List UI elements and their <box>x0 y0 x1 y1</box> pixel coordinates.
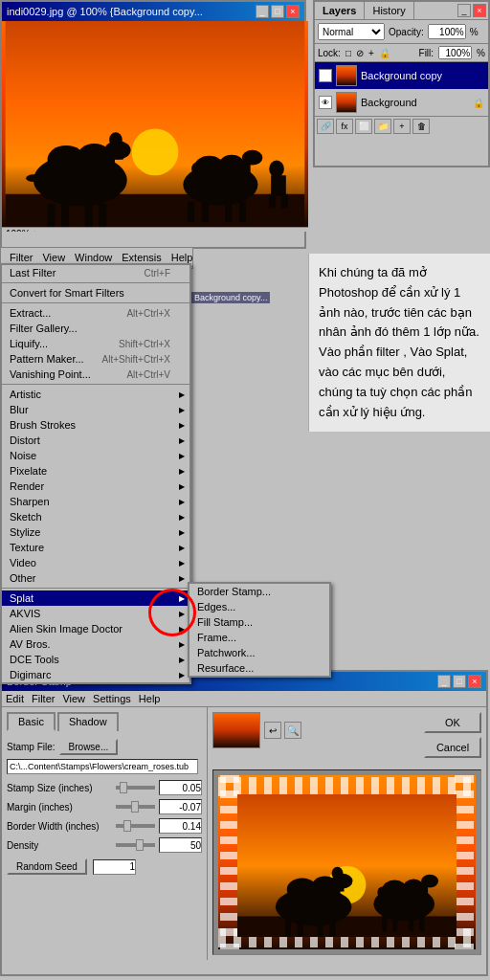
dialog-minimize[interactable]: _ <box>437 675 451 688</box>
menu-item-blur[interactable]: Blur <box>2 402 189 417</box>
new-layer-icon[interactable]: + <box>393 119 411 134</box>
dialog-maximize[interactable]: □ <box>453 675 466 688</box>
menu-item-render[interactable]: Render <box>2 479 189 494</box>
menu-item-artistic[interactable]: Artistic <box>2 387 189 402</box>
tab-basic[interactable]: Basic <box>7 712 56 731</box>
random-seed-input[interactable] <box>93 859 136 875</box>
mask-icon[interactable]: ⬜ <box>355 119 372 134</box>
link-icon[interactable]: 🔗 <box>317 119 334 134</box>
tab-shadow[interactable]: Shadow <box>57 712 119 731</box>
menu-filter[interactable]: Filter <box>5 251 37 264</box>
menu-item-pattern-maker[interactable]: Pattern Maker... Alt+Shift+Ctrl+X <box>2 351 189 367</box>
menu-item-distort[interactable]: Distort <box>2 433 189 448</box>
menu-item-av-bros[interactable]: AV Bros. <box>2 636 189 652</box>
menu-item-other[interactable]: Other <box>2 570 189 586</box>
menu-item-vanishing-point[interactable]: Vanishing Point... Alt+Ctrl+V <box>2 367 189 382</box>
svg-rect-39 <box>298 921 303 937</box>
lock-icon-4[interactable]: 🔒 <box>379 48 390 58</box>
menu-help[interactable]: Help <box>167 251 198 264</box>
border-width-input[interactable] <box>159 818 202 834</box>
tab-layers[interactable]: Layers <box>315 2 365 19</box>
lock-icon-1[interactable]: □ <box>345 48 351 58</box>
dialog-menu-edit[interactable]: Edit <box>6 693 24 704</box>
menu-item-dce-tools[interactable]: DCE Tools <box>2 652 189 667</box>
layer-eye-2[interactable]: 👁 <box>319 96 332 109</box>
fx-icon[interactable]: fx <box>336 119 353 134</box>
splat-border-stamp[interactable]: Border Stamp... <box>189 584 329 599</box>
fill-input[interactable] <box>438 46 472 59</box>
dialog-menu-filter[interactable]: Filter <box>32 693 55 704</box>
panel-close[interactable]: × <box>473 4 486 17</box>
border-width-slider[interactable] <box>116 824 155 828</box>
layer-item-background-copy[interactable]: 👁 Background copy <box>315 62 488 89</box>
menu-item-video[interactable]: Video <box>2 555 189 570</box>
menu-item-sketch[interactable]: Sketch <box>2 509 189 524</box>
lock-fill-row: Lock: □ ⊘ + 🔒 Fill: % <box>315 44 488 62</box>
menu-item-texture[interactable]: Texture <box>2 540 189 555</box>
splat-patchwork[interactable]: Patchwork... <box>189 645 329 660</box>
dialog-menu-settings[interactable]: Settings <box>93 693 131 704</box>
menu-item-liquify[interactable]: Liquify... Shift+Ctrl+X <box>2 336 189 351</box>
stamp-file-path-input[interactable] <box>7 759 198 774</box>
menu-item-extract[interactable]: Extract... Alt+Ctrl+X <box>2 305 189 321</box>
layer-item-background[interactable]: 👁 Background 🔒 <box>315 89 488 116</box>
zoom-out-icon[interactable]: ↩ <box>264 722 281 739</box>
margin-slider[interactable] <box>116 805 155 809</box>
svg-rect-10 <box>85 204 93 227</box>
lock-icon-2[interactable]: ⊘ <box>356 48 364 58</box>
opacity-input[interactable] <box>428 24 466 39</box>
splat-frame[interactable]: Frame... <box>189 630 329 645</box>
layer-eye-1[interactable]: 👁 <box>319 69 332 82</box>
layers-panel: Layers History _ × Normal Opacity: % Loc… <box>313 0 490 167</box>
zoom-in-icon[interactable]: 🔍 <box>284 722 301 739</box>
blend-mode-select[interactable]: Normal <box>318 23 385 40</box>
border-width-label: Border Width (inches) <box>7 821 112 832</box>
menu-item-noise[interactable]: Noise <box>2 448 189 463</box>
svg-rect-54 <box>378 898 388 910</box>
menu-item-splat[interactable]: Splat <box>2 590 189 606</box>
minimize-button[interactable]: _ <box>256 5 269 18</box>
menu-item-alien-skin[interactable]: Alien Skin Image Doctor <box>2 621 189 636</box>
ps-titlebar: indi0029.jpg @ 100% {Background copy... … <box>2 2 304 21</box>
lock-label: Lock: <box>318 48 341 58</box>
browse-button[interactable]: Browse... <box>59 739 119 755</box>
density-slider[interactable] <box>116 843 155 847</box>
margin-row: Margin (inches) <box>7 799 202 814</box>
close-button[interactable]: × <box>286 5 300 18</box>
stamp-size-input[interactable] <box>159 780 202 795</box>
lock-icon-3[interactable]: + <box>368 48 374 58</box>
stamp-size-slider[interactable] <box>116 786 155 790</box>
splat-edges[interactable]: Edges... <box>189 599 329 614</box>
panel-minimize[interactable]: _ <box>457 4 471 17</box>
cancel-button[interactable]: Cancel <box>424 737 481 758</box>
menu-view[interactable]: View <box>37 251 70 264</box>
menu-item-akvis[interactable]: AKVIS <box>2 606 189 621</box>
flower-border-right <box>455 775 474 949</box>
density-input[interactable] <box>159 837 202 853</box>
margin-input[interactable] <box>159 799 202 814</box>
density-label: Density <box>7 840 112 851</box>
dialog-menu-help[interactable]: Help <box>139 693 161 704</box>
delete-layer-icon[interactable]: 🗑 <box>412 119 430 134</box>
tab-history[interactable]: History <box>365 2 413 19</box>
menu-item-digimarc[interactable]: Digimarc <box>2 667 189 682</box>
maximize-button[interactable]: □ <box>271 5 284 18</box>
splat-fill-stamp[interactable]: Fill Stamp... <box>189 614 329 630</box>
dialog-tabs: Basic Shadow <box>7 712 202 731</box>
menu-extensis[interactable]: Extensis <box>117 251 167 264</box>
menu-item-pixelate[interactable]: Pixelate <box>2 463 189 479</box>
menu-item-stylize[interactable]: Stylize <box>2 524 189 540</box>
splat-resurface[interactable]: Resurface... <box>189 660 329 676</box>
random-seed-button[interactable]: Random Seed <box>7 858 87 875</box>
dialog-close[interactable]: × <box>468 675 481 688</box>
menu-item-filter-gallery[interactable]: Filter Gallery... <box>2 321 189 336</box>
opacity-label: Opacity: <box>389 27 424 37</box>
new-group-icon[interactable]: 📁 <box>374 119 391 134</box>
menu-item-last-filter[interactable]: Last Filter Ctrl+F <box>2 265 189 280</box>
menu-item-sharpen[interactable]: Sharpen <box>2 494 189 509</box>
ok-button[interactable]: OK <box>424 712 481 733</box>
dialog-menu-view[interactable]: View <box>62 693 85 704</box>
menu-item-smart-filters[interactable]: Convert for Smart Filters <box>2 285 189 301</box>
menu-item-brush-strokes[interactable]: Brush Strokes <box>2 417 189 433</box>
menu-window[interactable]: Window <box>70 251 117 264</box>
